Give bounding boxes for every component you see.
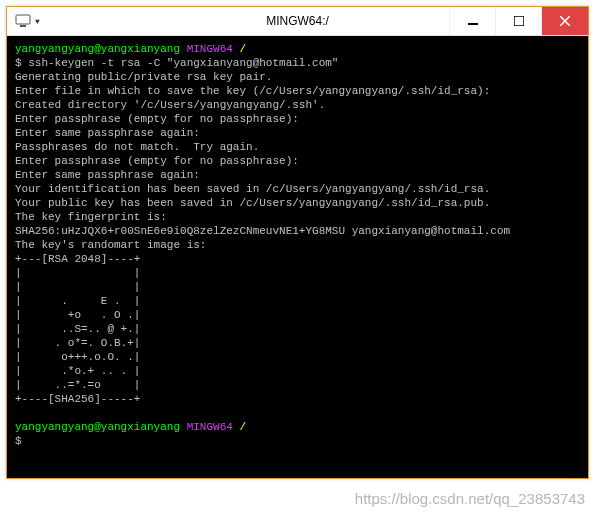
output-line: Your public key has been saved in /c/Use… — [15, 197, 490, 209]
titlebar[interactable]: ▼ MINGW64:/ — [7, 7, 588, 36]
randomart-line: +---[RSA 2048]----+ — [15, 253, 140, 265]
prompt-symbol: $ — [15, 435, 22, 447]
output-line: The key's randomart image is: — [15, 239, 206, 251]
terminal-window: ▼ MINGW64:/ yangyangyang@yangxianyang MI… — [6, 6, 589, 479]
randomart-line: | . E . | — [15, 295, 140, 307]
output-line: Enter same passphrase again: — [15, 127, 200, 139]
window-title: MINGW64:/ — [266, 14, 329, 28]
output-line: Your identification has been saved in /c… — [15, 183, 490, 195]
randomart-line: | ..=*.=o | — [15, 379, 140, 391]
randomart-line: | +o . O .| — [15, 309, 140, 321]
minimize-button[interactable] — [449, 7, 495, 35]
output-line: SHA256:uHzJQX6+r00SnE6e9i0Q8zelZezCNmeuv… — [15, 225, 510, 237]
output-line: Created directory '/c/Users/yangyangyang… — [15, 99, 325, 111]
svg-rect-1 — [20, 25, 26, 27]
randomart-line: | .*o.+ .. . | — [15, 365, 140, 377]
svg-rect-0 — [16, 15, 30, 24]
titlebar-left: ▼ — [7, 7, 42, 35]
randomart-line: | ..S=.. @ +.| — [15, 323, 140, 335]
output-line: Enter same passphrase again: — [15, 169, 200, 181]
maximize-button[interactable] — [495, 7, 541, 35]
prompt-path: / — [239, 43, 246, 55]
computer-icon — [15, 13, 31, 29]
maximize-icon — [514, 16, 524, 26]
svg-rect-2 — [468, 23, 478, 25]
minimize-icon — [468, 16, 478, 26]
output-line: Passphrases do not match. Try again. — [15, 141, 259, 153]
window-controls — [449, 7, 588, 35]
randomart-line: | | — [15, 267, 140, 279]
prompt-symbol: $ — [15, 57, 22, 69]
terminal-body[interactable]: yangyangyang@yangxianyang MINGW64 / $ ss… — [7, 36, 588, 478]
output-line: Enter file in which to save the key (/c/… — [15, 85, 490, 97]
prompt-user: yangyangyang@yangxianyang — [15, 43, 180, 55]
prompt-env: MINGW64 — [187, 421, 233, 433]
output-line: The key fingerprint is: — [15, 211, 167, 223]
watermark: https://blog.csdn.net/qq_23853743 — [355, 490, 585, 507]
prompt-user: yangyangyang@yangxianyang — [15, 421, 180, 433]
prompt-path: / — [239, 421, 246, 433]
command-text: ssh-keygen -t rsa -C "yangxianyang@hotma… — [22, 57, 339, 69]
svg-rect-3 — [514, 16, 524, 26]
randomart-line: | o+++.o.O. .| — [15, 351, 140, 363]
output-line: Enter passphrase (empty for no passphras… — [15, 113, 299, 125]
output-line: Enter passphrase (empty for no passphras… — [15, 155, 299, 167]
randomart-line: +----[SHA256]-----+ — [15, 393, 140, 405]
randomart-line: | | — [15, 281, 140, 293]
dropdown-icon[interactable]: ▼ — [33, 15, 42, 28]
output-line: Generating public/private rsa key pair. — [15, 71, 272, 83]
randomart-line: | . o*=. O.B.+| — [15, 337, 140, 349]
prompt-env: MINGW64 — [187, 43, 233, 55]
close-icon — [560, 16, 570, 26]
close-button[interactable] — [541, 7, 588, 35]
